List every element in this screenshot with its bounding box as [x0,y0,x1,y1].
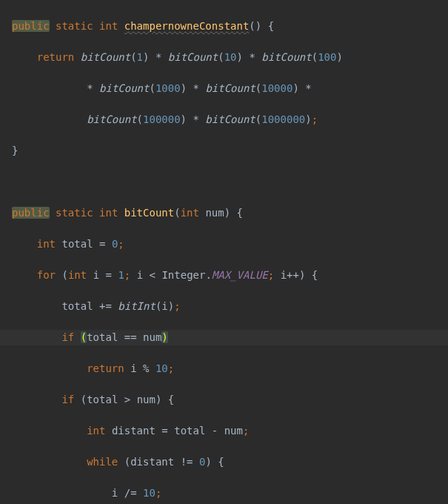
code-line[interactable]: return i % 10; [0,361,448,377]
method-name: bitCount [124,207,174,219]
identifier: i [137,269,143,281]
method-call: bitInt [118,300,156,312]
identifier: total [174,425,205,437]
param: num [205,207,224,219]
brace: { [268,20,274,32]
identifier: i [112,487,118,499]
identifier: Integer [161,269,205,281]
keyword-if: if [61,331,74,343]
identifier: i [281,269,287,281]
constant: MAX_VALUE [212,269,268,281]
code-line[interactable]: int total = 0; [0,236,448,252]
keyword-int: int [37,238,56,250]
identifier: i [161,300,167,312]
code-line[interactable]: if (total > num) { [0,392,448,408]
method-name: champernowneConstant [124,20,250,32]
keyword-if: if [61,394,74,405]
matched-bracket: ( [81,331,87,343]
number-literal: 1000 [156,82,181,94]
semicolon: ; [312,113,318,125]
number-literal: 1 [118,269,124,281]
method-call: bitCount [261,51,311,63]
code-line[interactable]: public static int bitCount(int num) { [0,205,448,221]
code-line[interactable]: return bitCount(1) * bitCount(10) * bitC… [0,50,448,65]
brace: } [12,145,18,156]
identifier: num [143,331,161,343]
keyword-int: int [181,207,199,219]
code-line[interactable]: while (distant != 0) { [0,454,448,470]
code-editor[interactable]: public static int champernowneConstant()… [0,0,448,504]
method-call: bitCount [205,82,255,94]
identifier: num [137,394,156,405]
method-call: bitCount [168,51,218,63]
number-literal: 1 [137,51,143,63]
identifier: total [61,300,93,312]
code-line[interactable]: for (int i = 1; i < Integer.MAX_VALUE; i… [0,268,448,283]
identifier: distant [130,456,174,468]
keyword-public: public [12,207,50,219]
number-literal: 1000000 [261,113,305,125]
number-literal: 10 [143,487,156,499]
keyword-int: int [99,207,118,219]
keyword-int: int [99,20,118,32]
identifier: total [87,331,118,343]
identifier: total [87,394,118,405]
number-literal: 100000 [143,113,181,125]
keyword-public: public [12,20,50,32]
code-line-highlighted[interactable]: if (total == num) [0,330,448,345]
code-line[interactable]: bitCount(100000) * bitCount(1000000); [0,112,448,127]
identifier: i [93,269,99,281]
keyword-int: int [87,425,105,437]
method-call: bitCount [99,82,149,94]
keyword-return: return [37,51,75,63]
number-literal: 10000 [261,82,292,94]
matched-bracket: ) [161,331,167,343]
number-literal: 10 [224,51,237,63]
keyword-while: while [87,456,118,468]
keyword-for: for [37,269,56,281]
code-line[interactable]: } [0,143,448,159]
paren: ) [255,20,261,32]
identifier: num [224,425,243,437]
keyword-return: return [87,362,124,374]
method-call: bitCount [87,113,136,125]
identifier: total [61,238,93,250]
blank-line[interactable] [0,174,448,190]
identifier: distant [112,425,156,437]
keyword-static: static [56,20,93,32]
code-line[interactable]: * bitCount(1000) * bitCount(10000) * [0,81,448,96]
identifier: i [130,362,136,374]
keyword-int: int [68,269,87,281]
code-line[interactable]: int distant = total - num; [0,423,448,439]
number-literal: 10 [156,362,168,374]
keyword-static: static [56,207,93,219]
number-literal: 100 [318,51,336,63]
code-line[interactable]: total += bitInt(i); [0,299,448,314]
code-line[interactable]: public static int champernowneConstant()… [0,19,448,34]
method-call: bitCount [81,51,130,63]
paren: ( [249,20,255,32]
method-call: bitCount [205,113,255,125]
code-line[interactable]: i /= 10; [0,485,448,501]
